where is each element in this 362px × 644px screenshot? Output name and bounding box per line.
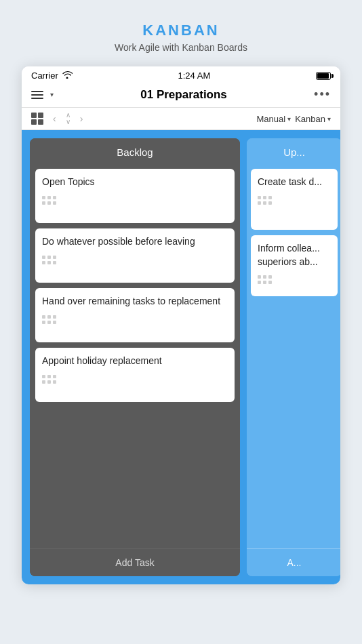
view-dropdown-button[interactable]: Kanban ▾ [295, 114, 331, 124]
card-create-task[interactable]: Create task d... [251, 169, 338, 230]
backlog-header: Backlog [30, 138, 240, 165]
upcoming-column: Up... Create task d... Inform collea... … [247, 138, 340, 576]
sort-caret-icon: ▾ [287, 115, 291, 123]
battery-icon [316, 72, 331, 80]
card-open-topics[interactable]: Open Topics [35, 169, 235, 223]
phone-frame: Carrier 1:24 AM ▾ 01 Preparations [22, 66, 340, 584]
drag-handle-icon [258, 196, 331, 205]
nav-bar: ▾ 01 Preparations ••• [22, 83, 340, 108]
status-time: 1:24 AM [178, 71, 211, 81]
view-label: Kanban [295, 114, 325, 124]
status-left: Carrier [31, 71, 73, 81]
toolbar-right: Manual ▾ Kanban ▾ [257, 114, 331, 124]
upcoming-add-button[interactable]: A... [247, 548, 340, 576]
nav-more-button[interactable]: ••• [314, 87, 331, 102]
card-title: Inform collea... superiors ab... [258, 242, 331, 268]
view-caret-icon: ▾ [327, 115, 331, 123]
sort-dropdown-button[interactable]: Manual ▾ [257, 114, 291, 124]
add-task-button[interactable]: Add Task [30, 548, 240, 576]
hamburger-button[interactable] [31, 91, 43, 99]
backlog-body: Open Topics Do whatever possible before … [30, 165, 240, 548]
board-area: Backlog Open Topics Do whatever possible… [22, 130, 340, 584]
drag-handle-icon [42, 196, 228, 205]
drag-handle-icon [42, 256, 228, 264]
nav-title: 01 Preparations [54, 88, 314, 102]
wifi-icon [62, 71, 73, 81]
card-title: Create task d... [258, 176, 331, 189]
card-appoint[interactable]: Appoint holiday replacement [35, 348, 235, 402]
card-title: Appoint holiday replacement [42, 355, 228, 368]
card-title: Hand over remaining tasks to replacement [42, 295, 228, 308]
upcoming-header: Up... [247, 138, 340, 165]
drag-handle-icon [42, 315, 228, 324]
toolbar: ‹ ∧ ∨ › Manual ▾ Kanban ▾ [22, 108, 340, 130]
upcoming-body: Create task d... Inform collea... superi… [247, 165, 340, 548]
status-bar: Carrier 1:24 AM [22, 66, 340, 83]
card-inform[interactable]: Inform collea... superiors ab... [251, 235, 338, 296]
toolbar-left: ‹ ∧ ∨ › [31, 112, 85, 125]
status-right [316, 72, 331, 80]
next-arrow-button[interactable]: › [77, 112, 86, 125]
drag-handle-icon [42, 375, 228, 384]
backlog-column: Backlog Open Topics Do whatever possible… [30, 138, 240, 576]
card-hand-over[interactable]: Hand over remaining tasks to replacement [35, 288, 235, 342]
drag-handle-icon [258, 275, 331, 284]
nav-left: ▾ [31, 91, 54, 99]
app-subtitle: Work Agile with Kanban Boards [0, 42, 362, 53]
prev-arrow-button[interactable]: ‹ [50, 112, 59, 125]
app-title: KANBAN [0, 22, 362, 39]
grid-view-icon[interactable] [31, 113, 43, 125]
card-title: Open Topics [42, 176, 228, 189]
card-title: Do whatever possible before leaving [42, 235, 228, 249]
sort-arrows[interactable]: ∧ ∨ [66, 112, 71, 125]
card-do-whatever[interactable]: Do whatever possible before leaving [35, 228, 235, 283]
sort-label: Manual [257, 114, 286, 124]
carrier-label: Carrier [31, 71, 58, 81]
app-header: KANBAN Work Agile with Kanban Boards [0, 0, 362, 66]
